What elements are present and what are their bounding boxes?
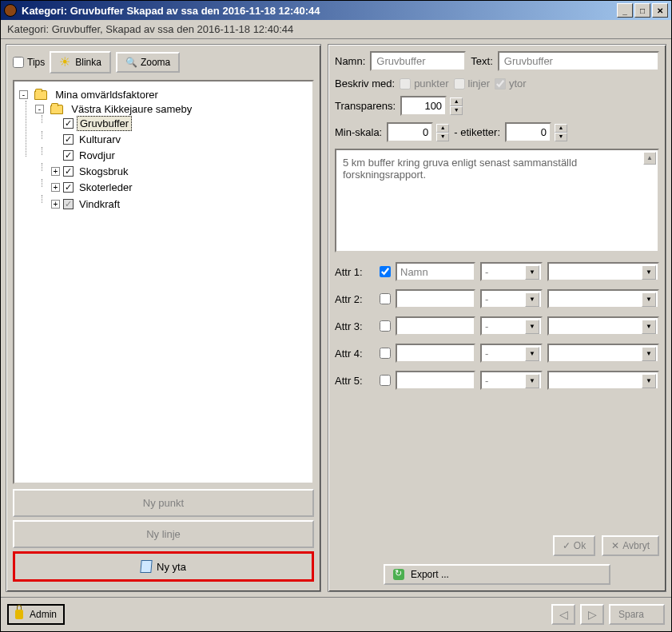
ny-yta-button[interactable]: Ny yta [13, 551, 314, 582]
avbryt-button[interactable]: ✕ Avbryt [602, 535, 659, 556]
attr-checkbox[interactable] [380, 348, 391, 359]
tree-item[interactable]: +Skoterleder [51, 179, 309, 195]
tree-checkbox[interactable] [63, 166, 74, 177]
attr-value-dropdown[interactable] [547, 344, 659, 363]
tree-group[interactable]: - Västra Kikkejaure sameby GruvbufferKul… [35, 101, 309, 213]
description-textarea[interactable]: 5 km buffer kring gruva enligt senast sa… [335, 149, 659, 252]
tree-item-label: Vindkraft [77, 197, 122, 211]
spin-up-icon[interactable]: ▲ [555, 124, 567, 133]
attr-name-input[interactable] [396, 289, 475, 308]
transparens-input[interactable] [400, 96, 447, 116]
export-button[interactable]: Export ... [384, 564, 610, 585]
folder-icon [50, 105, 63, 114]
check-icon: ✓ [563, 540, 571, 551]
tree-root[interactable]: - Mina omvärldsfaktorer - Västra Kikkeja… [19, 86, 309, 215]
ny-linje-button[interactable]: Ny linje [13, 520, 314, 548]
tips-label: Tips [27, 57, 45, 68]
tree-item[interactable]: Gruvbuffer [51, 115, 309, 131]
attr-name-input[interactable] [396, 371, 475, 390]
attr-op-dropdown[interactable]: - [480, 316, 543, 336]
etiketter-spinner[interactable]: ▲ ▼ [555, 124, 567, 141]
spin-down-icon[interactable]: ▼ [450, 106, 463, 115]
spara-button[interactable]: Spara [609, 604, 665, 625]
minskala-label: Min-skala: [335, 126, 382, 138]
attr-label: Attr 5: [335, 375, 375, 387]
expand-icon[interactable]: + [51, 167, 60, 176]
linjer-checkbox[interactable]: linjer [454, 78, 490, 89]
attr-checkbox[interactable] [380, 293, 391, 304]
namn-input[interactable] [370, 51, 466, 71]
attr-row: Attr 1:Namn- [335, 262, 659, 281]
spin-up-icon[interactable]: ▲ [436, 124, 449, 133]
tree-item-label: Gruvbuffer [77, 116, 132, 131]
collapse-icon[interactable]: - [35, 105, 44, 113]
export-icon [393, 569, 404, 580]
left-panel: Tips Blinka Zooma - Mi [6, 44, 321, 592]
tree-item[interactable]: Kulturarv [51, 131, 309, 147]
expand-icon[interactable]: + [51, 200, 60, 209]
window-title: Kategori: Gruvbuffer Skapad av ssa den 2… [22, 5, 617, 17]
attr-op-dropdown[interactable]: - [480, 344, 543, 363]
minskala-spinner[interactable]: ▲ ▼ [436, 124, 449, 141]
tree-checkbox[interactable] [63, 150, 74, 161]
tips-checkbox[interactable]: Tips [13, 57, 45, 68]
attr-name-input[interactable] [396, 344, 475, 363]
text-label: Text: [471, 55, 492, 67]
ny-punkt-button[interactable]: Ny punkt [13, 489, 314, 517]
prev-button[interactable]: ◁ [551, 604, 575, 625]
attr-checkbox[interactable] [380, 266, 391, 277]
attr-value-dropdown[interactable] [547, 289, 659, 308]
spin-down-icon[interactable]: ▼ [436, 133, 449, 141]
attr-row: Attr 3:- [335, 316, 659, 336]
spin-down-icon[interactable]: ▼ [555, 133, 567, 141]
right-panel: Namn: Text: Beskriv med: punkter linjer … [328, 44, 666, 592]
tree-item[interactable]: Rovdjur [51, 147, 309, 163]
minimize-button[interactable]: _ [617, 3, 633, 18]
tree-view[interactable]: - Mina omvärldsfaktorer - Västra Kikkeja… [13, 80, 314, 484]
collapse-icon[interactable]: - [19, 90, 28, 99]
tree-item-label: Skoterleder [77, 181, 134, 194]
next-button[interactable]: ▷ [580, 604, 604, 625]
attr-value-dropdown[interactable] [547, 371, 659, 390]
etiketter-label: - etiketter: [454, 126, 500, 138]
scroll-up-icon[interactable]: ▲ [643, 152, 656, 165]
minskala-input[interactable] [387, 122, 433, 142]
text-input[interactable] [498, 51, 659, 71]
attr-label: Attr 2: [335, 293, 375, 305]
cancel-icon: ✕ [611, 540, 619, 551]
tree-checkbox[interactable] [63, 118, 74, 129]
zooma-button[interactable]: Zooma [116, 52, 180, 73]
blinka-button[interactable]: Blinka [50, 51, 111, 74]
close-button[interactable]: ✕ [652, 3, 668, 18]
titlebar: Kategori: Gruvbuffer Skapad av ssa den 2… [1, 1, 671, 20]
attr-op-dropdown[interactable]: - [480, 371, 543, 390]
punkter-checkbox[interactable]: punkter [400, 78, 448, 89]
tree-checkbox[interactable] [63, 134, 74, 145]
attr-op-dropdown[interactable]: - [480, 289, 543, 308]
admin-button[interactable]: Admin [7, 604, 65, 625]
tree-checkbox[interactable] [63, 199, 74, 209]
attr-label: Attr 3: [335, 320, 375, 332]
attr-name-input[interactable] [396, 316, 475, 336]
spin-up-icon[interactable]: ▲ [450, 97, 463, 106]
attr-checkbox[interactable] [380, 375, 391, 386]
tree-item[interactable]: +Skogsbruk [51, 163, 309, 179]
tree-checkbox[interactable] [63, 182, 74, 193]
tree-item[interactable]: +Vindkraft [51, 195, 309, 211]
attr-value-dropdown[interactable] [547, 316, 659, 336]
transparens-spinner[interactable]: ▲ ▼ [450, 97, 463, 115]
tree-item-label: Rovdjur [77, 149, 117, 162]
attr-label: Attr 4: [335, 348, 375, 360]
document-icon [140, 560, 152, 573]
ok-button[interactable]: ✓ Ok [553, 535, 595, 556]
attr-value-dropdown[interactable] [547, 262, 659, 281]
app-icon [4, 4, 17, 17]
maximize-button[interactable]: □ [634, 3, 650, 18]
expand-icon[interactable]: + [51, 183, 60, 192]
etiketter-input[interactable] [505, 122, 551, 142]
attr-op-dropdown[interactable]: - [480, 262, 543, 281]
ytor-checkbox[interactable]: ytor [495, 78, 527, 89]
attr-row: Attr 4:- [335, 344, 659, 363]
attr-name-input[interactable]: Namn [396, 262, 475, 281]
attr-checkbox[interactable] [380, 320, 391, 332]
